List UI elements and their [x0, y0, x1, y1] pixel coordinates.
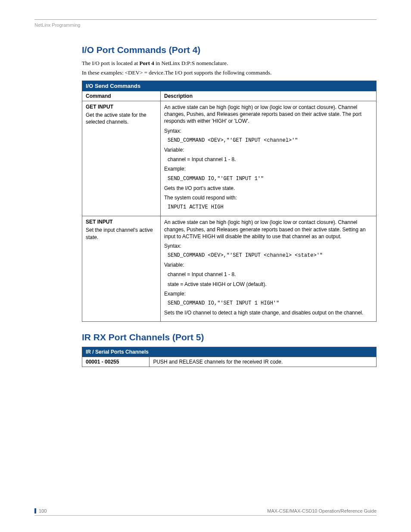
section1-intro-2: In these examples: <DEV> = device.The I/…	[82, 69, 377, 77]
syntax-label: Syntax:	[164, 128, 373, 134]
col-command: Command	[82, 91, 161, 101]
footer-guide-title: MAX-CSE/MAX-CSD10 Operation/Reference Gu…	[267, 508, 377, 513]
intro-text-a: The I/O port is located at	[82, 60, 140, 66]
syntax-code: SEND_COMMAND <DEV>,"'SET INPUT <channel>…	[168, 252, 373, 259]
page-number: 100	[34, 508, 47, 513]
channel-range: 00001 - 00255	[82, 357, 149, 367]
section1-intro-1: The I/O port is located at Port 4 in Net…	[82, 59, 377, 67]
channel-desc: PUSH and RELEASE channels for the receiv…	[149, 357, 377, 367]
document-page: NetLinx Programming I/O Port Commands (P…	[0, 0, 411, 532]
variable-label: Variable:	[164, 146, 373, 153]
io-send-commands-table: I/O Send Commands Command Description GE…	[82, 81, 377, 322]
desc-p1: An active state can be high (logic high)…	[164, 219, 373, 240]
description-cell: An active state can be high (logic high)…	[161, 216, 377, 322]
command-name: GET INPUT	[86, 104, 157, 110]
result2: The system could respond with:	[164, 194, 373, 201]
section1-title: I/O Port Commands (Port 4)	[82, 45, 377, 55]
command-name: SET INPUT	[86, 219, 157, 225]
example-label: Example:	[164, 165, 373, 172]
command-cell: GET INPUT Get the active state for the s…	[82, 101, 161, 216]
header-breadcrumb: NetLinx Programming	[34, 22, 377, 28]
footer-line: 100 MAX-CSE/MAX-CSD10 Operation/Referenc…	[34, 508, 377, 513]
header-rule	[34, 19, 377, 20]
example-code: SEND_COMMAND IO,"'SET INPUT 1 HIGH'"	[168, 300, 373, 307]
table-title-row: IR / Serial Ports Channels	[82, 347, 377, 357]
variable-text2: state = Active state HIGH or LOW (defaul…	[168, 281, 373, 288]
col-description: Description	[161, 91, 377, 101]
content-area: I/O Port Commands (Port 4) The I/O port …	[82, 45, 377, 367]
table-title-row: I/O Send Commands	[82, 81, 377, 91]
ir-serial-ports-table: IR / Serial Ports Channels 00001 - 00255…	[82, 347, 377, 367]
table-row: 00001 - 00255 PUSH and RELEASE channels …	[82, 357, 377, 367]
description-cell: An active state can be high (logic high)…	[161, 101, 377, 216]
variable-text1: channel = Input channel 1 - 8.	[168, 271, 373, 278]
syntax-code: SEND_COMMAND <DEV>,"'GET INPUT <channel>…	[168, 137, 373, 144]
result1: Gets the I/O port's active state.	[164, 185, 373, 192]
example-label: Example:	[164, 290, 373, 297]
intro-text-bold: Port 4	[140, 60, 154, 66]
example-code: SEND_COMMAND IO,"'GET INPUT 1'"	[168, 175, 373, 182]
table-title-cell: IR / Serial Ports Channels	[82, 347, 377, 357]
table-header-row: Command Description	[82, 91, 377, 101]
variable-text1: channel = Input channel 1 - 8.	[168, 156, 373, 163]
footer-rule	[34, 515, 377, 516]
result-code: INPUT1 ACTIVE HIGH	[168, 204, 373, 211]
table-row: GET INPUT Get the active state for the s…	[82, 101, 377, 216]
command-subtitle: Get the active state for the selected ch…	[86, 112, 157, 125]
table-row: SET INPUT Set the input channel's active…	[82, 216, 377, 322]
table-title-cell: I/O Send Commands	[82, 81, 377, 91]
intro-text-c: in NetLinx D:P:S nomenclature.	[154, 60, 228, 66]
page-footer: 100 MAX-CSE/MAX-CSD10 Operation/Referenc…	[34, 508, 377, 516]
variable-label: Variable:	[164, 261, 373, 268]
section2-title: IR RX Port Channels (Port 5)	[82, 332, 377, 342]
command-subtitle: Set the input channel's active state.	[86, 227, 157, 240]
syntax-label: Syntax:	[164, 243, 373, 249]
command-cell: SET INPUT Set the input channel's active…	[82, 216, 161, 322]
result1: Sets the I/O channel to detect a high st…	[164, 309, 373, 316]
desc-p1: An active state can be high (logic high)…	[164, 104, 373, 125]
